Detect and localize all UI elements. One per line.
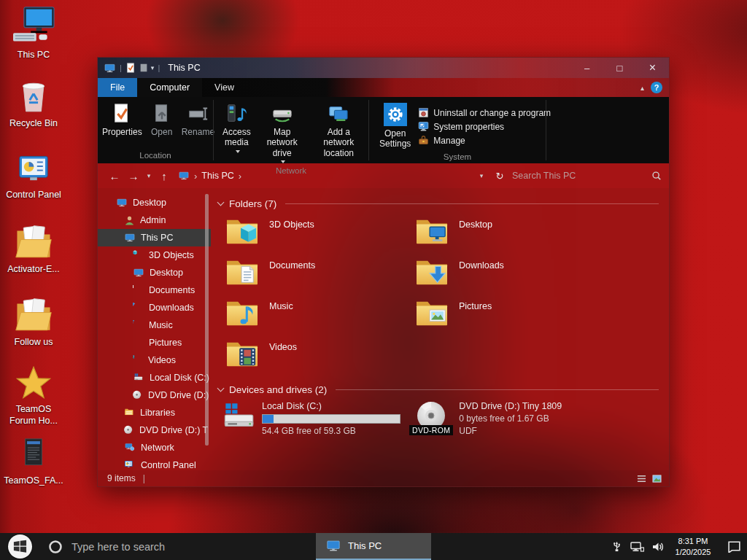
qat-customize-caret-icon[interactable]: ▾ — [151, 64, 155, 71]
breadcrumb-this-pc[interactable]: This PC — [201, 171, 233, 181]
manage-button[interactable]: Manage — [418, 135, 551, 146]
ribbon-group-system: Open Settings Uninstall or change a prog… — [369, 97, 546, 163]
breadcrumb[interactable]: › This PC › — [178, 171, 476, 182]
nav-item-music[interactable]: Music — [98, 316, 211, 334]
desktop-icon-recycle-bin[interactable]: Recycle Bin — [3, 77, 64, 130]
folder-tile-music[interactable]: Music — [225, 295, 415, 336]
close-button[interactable]: × — [636, 58, 669, 78]
thumbnail-view-icon[interactable] — [652, 474, 662, 483]
properties-button[interactable]: Properties — [98, 101, 147, 139]
open-settings-button[interactable]: Open Settings — [375, 101, 415, 151]
nav-item-3d-objects[interactable]: 3D Objects — [98, 246, 211, 264]
folder-tile-videos[interactable]: Videos — [225, 336, 415, 377]
volume-tray-icon[interactable] — [651, 541, 665, 553]
qat-properties-icon[interactable] — [125, 63, 136, 73]
desktop-icon-label: TeamOS_FA... — [4, 475, 63, 487]
local-disk-icon — [220, 400, 256, 433]
window-system-icon[interactable] — [104, 63, 116, 74]
taskbar-search-input[interactable] — [71, 541, 247, 553]
folder-tile-downloads[interactable]: Downloads — [415, 254, 605, 295]
qat-new-folder-icon[interactable] — [139, 63, 149, 73]
folder-3d-objects-icon — [225, 215, 259, 246]
details-view-icon[interactable] — [637, 474, 646, 483]
this-pc-icon — [11, 6, 56, 47]
open-button[interactable]: Open — [147, 101, 177, 139]
nav-item-this-pc[interactable]: This PC — [98, 229, 211, 246]
nav-item-local-disk-c[interactable]: Local Disk (C:) — [98, 369, 211, 386]
forward-icon[interactable]: → — [124, 170, 143, 182]
ribbon-group-network: Access media Map network drive Add a net… — [214, 97, 368, 163]
nav-item-desktop[interactable]: Desktop — [98, 194, 211, 211]
drive-name: DVD Drive (D:) Tiny 1809 — [459, 401, 562, 411]
collapse-ribbon-icon[interactable]: ▴ — [640, 84, 644, 92]
desktop-icon-teamos-fa[interactable]: TeamOS_FA... — [3, 436, 64, 487]
nav-item-network[interactable]: Network — [98, 439, 211, 456]
drive-tile-local-disk-c[interactable]: Local Disk (C:) 54.4 GB free of 59.3 GB — [220, 400, 409, 436]
network-tray-icon[interactable] — [630, 541, 644, 553]
nav-item-videos[interactable]: Videos — [98, 351, 211, 369]
add-network-location-button[interactable]: Add a network location — [309, 101, 368, 160]
desktop-icon-label: Forum Ho... — [9, 416, 58, 426]
folder-tile-3d-objects[interactable]: 3D Objects — [225, 214, 415, 254]
nav-item-dvd-drive[interactable]: DVD Drive (D:) — [98, 386, 211, 404]
usb-tray-icon[interactable] — [611, 541, 622, 552]
taskbar-clock[interactable]: 8:31 PM 1/20/2025 — [672, 536, 714, 557]
desktop-icon-this-pc[interactable]: This PC — [3, 6, 64, 61]
nav-item-admin[interactable]: Admin — [98, 211, 211, 229]
back-icon[interactable]: ← — [105, 170, 124, 182]
nav-item-libraries[interactable]: Libraries — [98, 404, 211, 421]
desktop-icon-teamos-forum[interactable]: TeamOS Forum Ho... — [3, 365, 64, 427]
action-center-icon[interactable] — [727, 540, 741, 553]
map-network-drive-button[interactable]: Map network drive — [255, 101, 309, 165]
desktop-icon-control-panel[interactable]: Control Panel — [3, 152, 64, 201]
nav-item-downloads[interactable]: Downloads — [98, 299, 211, 316]
nav-item-desktop[interactable]: Desktop — [98, 264, 211, 281]
minimize-button[interactable]: – — [570, 58, 603, 78]
access-media-icon — [225, 103, 247, 125]
nav-item-documents[interactable]: Documents — [98, 281, 211, 299]
refresh-icon[interactable]: ↻ — [493, 171, 506, 182]
desktop-icon-label: Activator-E... — [7, 264, 60, 276]
music-note-icon — [133, 320, 144, 330]
devices-section-header[interactable]: Devices and drives (2) — [218, 384, 659, 395]
tab-view[interactable]: View — [202, 78, 247, 97]
recent-locations-caret-icon[interactable]: ▾ — [143, 172, 155, 179]
explorer-search-input[interactable] — [512, 171, 646, 181]
desktop-icon-activator[interactable]: Activator-E... — [3, 223, 64, 276]
nav-scrollbar[interactable] — [205, 194, 209, 446]
download-arrow-icon — [133, 303, 144, 313]
folder-tile-desktop[interactable]: Desktop — [415, 214, 605, 254]
title-bar[interactable]: | ▾ | This PC – □ × — [98, 58, 669, 78]
help-icon[interactable]: ? — [651, 82, 662, 93]
folder-tile-documents[interactable]: Documents — [225, 254, 415, 295]
folder-downloads-icon — [415, 256, 449, 287]
folder-tile-pictures[interactable]: Pictures — [415, 295, 605, 336]
map-network-drive-icon — [271, 103, 293, 125]
desktop-icon-follow-us[interactable]: Follow us — [3, 296, 64, 349]
nav-item-pictures[interactable]: Pictures — [98, 334, 211, 351]
drive-free-space: 54.4 GB free of 59.3 GB — [262, 426, 400, 436]
drive-tile-dvd-d[interactable]: DVD-ROM DVD Drive (D:) Tiny 1809 0 bytes… — [409, 400, 628, 436]
search-dropdown-caret-icon[interactable]: ▾ — [476, 172, 487, 179]
chevron-down-icon — [217, 385, 225, 392]
item-count: 9 items — [107, 473, 136, 483]
clock-date: 1/20/2025 — [672, 547, 714, 557]
tab-file[interactable]: File — [98, 78, 137, 97]
up-icon[interactable]: ↑ — [155, 170, 174, 182]
search-icon[interactable] — [651, 171, 662, 181]
tab-computer[interactable]: Computer — [137, 78, 202, 97]
nav-item-control-panel[interactable]: Control Panel — [98, 456, 211, 470]
folder-files-icon — [13, 223, 54, 261]
system-properties-button[interactable]: System properties — [418, 121, 551, 132]
taskbar-app-this-pc[interactable]: This PC — [316, 533, 431, 560]
start-button[interactable] — [8, 534, 32, 559]
folders-section-header[interactable]: Folders (7) — [218, 198, 659, 209]
cortana-icon — [48, 540, 63, 554]
access-media-button[interactable]: Access media — [218, 101, 255, 155]
folder-files-icon — [13, 296, 54, 334]
nav-item-dvd-drive-t[interactable]: DVD Drive (D:) T — [98, 421, 211, 439]
settings-gear-icon — [384, 103, 407, 126]
uninstall-program-button[interactable]: Uninstall or change a program — [418, 107, 551, 118]
maximize-button[interactable]: □ — [603, 58, 636, 78]
taskbar-search[interactable] — [48, 540, 289, 554]
